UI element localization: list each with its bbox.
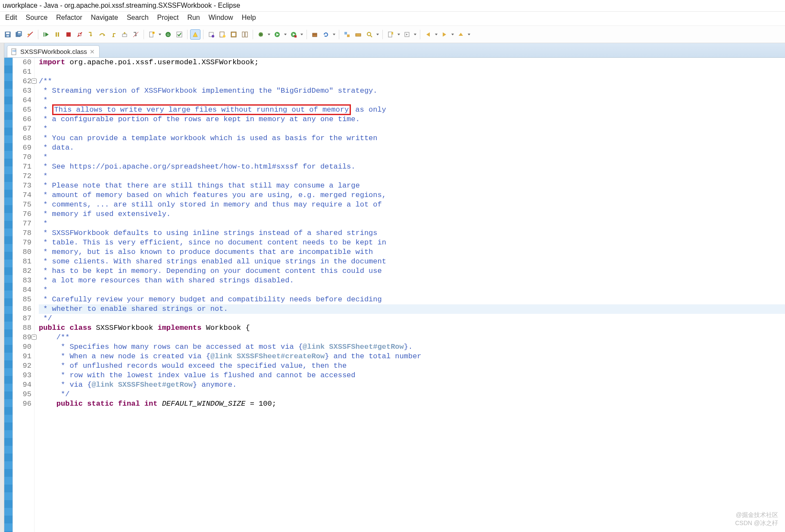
line-number[interactable]: 69: [13, 143, 31, 153]
dropdown-arrow-icon[interactable]: [267, 33, 271, 36]
code-line[interactable]: * has to be kept in memory. Depending on…: [39, 266, 785, 276]
dropdown-arrow-icon[interactable]: [397, 33, 401, 36]
dropdown-arrow-icon[interactable]: [467, 33, 471, 36]
code-line[interactable]: * Carefully review your memory budget an…: [39, 295, 785, 304]
code-line[interactable]: * of unflushed records would exceed the …: [39, 361, 785, 371]
up-icon[interactable]: [456, 29, 466, 40]
package-icon[interactable]: [310, 29, 320, 40]
line-number[interactable]: 70: [13, 153, 31, 162]
line-number[interactable]: 85: [13, 295, 31, 304]
line-number[interactable]: 64: [13, 96, 31, 105]
refresh-icon[interactable]: [321, 29, 331, 40]
new-icon[interactable]: ✦: [147, 29, 157, 40]
code-line[interactable]: * some clients. With shared strings enab…: [39, 257, 785, 266]
menu-run[interactable]: Run: [184, 13, 203, 23]
drop-frame-icon[interactable]: [119, 29, 130, 40]
menu-source[interactable]: Source: [22, 13, 51, 23]
code-line[interactable]: * comments, ... are still only stored in…: [39, 200, 785, 210]
code-line[interactable]: * whether to enable shared strings or no…: [39, 304, 785, 314]
code-line[interactable]: */: [39, 314, 785, 323]
back-icon[interactable]: [423, 29, 433, 40]
line-number[interactable]: 68: [13, 134, 31, 143]
line-number[interactable]: 61: [13, 67, 31, 77]
menu-search[interactable]: Search: [123, 13, 152, 23]
dropdown-arrow-icon[interactable]: [332, 33, 336, 36]
resume-icon[interactable]: [41, 29, 51, 40]
code-line[interactable]: * amount of memory based on which featur…: [39, 191, 785, 200]
run-icon[interactable]: [272, 29, 282, 40]
close-tab-icon[interactable]: ✕: [90, 48, 95, 55]
run-ext-icon[interactable]: [288, 29, 299, 40]
line-number[interactable]: 66: [13, 115, 31, 124]
left-minimized-view[interactable]: [0, 43, 4, 532]
code-line[interactable]: * table. This is very efficient, since n…: [39, 238, 785, 247]
menu-refactor[interactable]: Refactor: [53, 13, 85, 23]
line-number[interactable]: 93: [13, 371, 31, 380]
code-line[interactable]: * When a new node is created via {@link …: [39, 352, 785, 361]
nav-icon[interactable]: [402, 29, 412, 40]
pause-icon[interactable]: [52, 29, 63, 40]
line-number[interactable]: 88: [13, 323, 31, 333]
stop-icon[interactable]: [63, 29, 74, 40]
line-number[interactable]: 62−: [13, 77, 31, 86]
bookmark-icon[interactable]: [385, 29, 396, 40]
menu-project[interactable]: Project: [154, 13, 182, 23]
save-icon[interactable]: [3, 29, 13, 40]
folding-ruler[interactable]: [4, 58, 13, 532]
code-line[interactable]: * via {@link SXSSFSheet#getRow} anymore.: [39, 380, 785, 390]
code-line[interactable]: * SXSSFWorkbook defaults to using inline…: [39, 228, 785, 238]
code-line[interactable]: public static final int DEFAULT_WINDOW_S…: [39, 399, 785, 409]
line-number[interactable]: 82: [13, 266, 31, 276]
task-focus-icon[interactable]: [228, 29, 239, 40]
code-line[interactable]: [39, 67, 785, 77]
line-number[interactable]: 95: [13, 390, 31, 399]
code-line[interactable]: /**: [39, 333, 785, 342]
highlight-icon[interactable]: [190, 29, 200, 40]
line-number[interactable]: 73: [13, 181, 31, 191]
code-line[interactable]: *: [39, 153, 785, 162]
code-line[interactable]: *: [39, 124, 785, 134]
open-type-icon[interactable]: G: [163, 29, 173, 40]
open-impl-icon[interactable]: [342, 29, 352, 40]
open-task-icon[interactable]: [174, 29, 185, 40]
line-number[interactable]: 94: [13, 380, 31, 390]
dropdown-arrow-icon[interactable]: [413, 33, 417, 36]
line-number[interactable]: 78: [13, 228, 31, 238]
code-line[interactable]: * Streaming version of XSSFWorkbook impl…: [39, 86, 785, 96]
step-over-icon[interactable]: [97, 29, 107, 40]
forward-icon[interactable]: [439, 29, 450, 40]
line-number[interactable]: 86: [13, 304, 31, 314]
menu-edit[interactable]: Edit: [2, 13, 21, 23]
code-line[interactable]: *: [39, 172, 785, 181]
editor-tab-sxssfworkbook[interactable]: 010 SXSSFWorkbook.class ✕: [7, 45, 100, 57]
step-into-icon[interactable]: [86, 29, 96, 40]
line-number[interactable]: 84: [13, 285, 31, 295]
source-code[interactable]: import org.apache.poi.xssf.usermodel.XSS…: [34, 58, 785, 532]
line-number[interactable]: 96: [13, 399, 31, 409]
code-line[interactable]: * row with the lowest index value is flu…: [39, 371, 785, 380]
code-line[interactable]: * a lot more resources than with shared …: [39, 276, 785, 285]
dropdown-arrow-icon[interactable]: [158, 33, 162, 36]
open-hier-icon[interactable]: [353, 29, 363, 40]
dropdown-arrow-icon[interactable]: [300, 33, 304, 36]
task-new-icon[interactable]: [217, 29, 228, 40]
code-line[interactable]: * You can provide a template workbook wh…: [39, 134, 785, 143]
line-number[interactable]: 72: [13, 172, 31, 181]
line-number[interactable]: 81: [13, 257, 31, 266]
code-line[interactable]: */: [39, 390, 785, 399]
line-number[interactable]: 83: [13, 276, 31, 285]
line-number-gutter[interactable]: 606162−636465666768697071727374757677787…: [13, 58, 34, 532]
debug-icon[interactable]: [256, 29, 266, 40]
code-line[interactable]: import org.apache.poi.xssf.usermodel.XSS…: [39, 58, 785, 67]
code-line[interactable]: * data.: [39, 143, 785, 153]
line-number[interactable]: 87: [13, 314, 31, 323]
line-number[interactable]: 75: [13, 200, 31, 210]
line-number[interactable]: 91: [13, 352, 31, 361]
line-number[interactable]: 80: [13, 247, 31, 257]
code-line[interactable]: *: [39, 285, 785, 295]
line-number[interactable]: 77: [13, 219, 31, 228]
code-line[interactable]: * Specifies how many rows can be accesse…: [39, 342, 785, 352]
line-number[interactable]: 92: [13, 361, 31, 371]
line-number[interactable]: 89−: [13, 333, 31, 342]
line-number[interactable]: 79: [13, 238, 31, 247]
